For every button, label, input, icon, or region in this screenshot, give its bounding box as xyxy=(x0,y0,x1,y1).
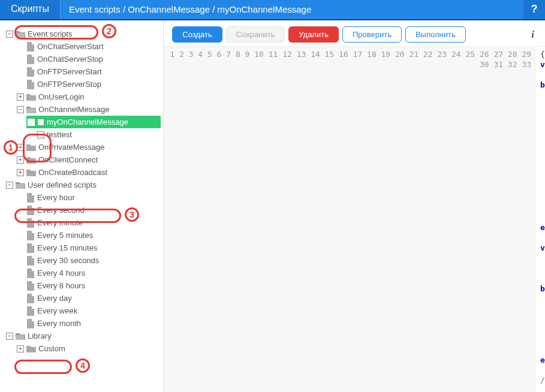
sidebar: − Event scripts OnChatServerStart OnChat… xyxy=(0,20,164,392)
file-icon xyxy=(26,206,35,215)
tree-item-every-month[interactable]: Every month xyxy=(16,317,161,330)
folder-icon xyxy=(26,156,36,164)
tree-item-custom[interactable]: +Custom xyxy=(16,342,161,355)
delete-button[interactable]: Удалить xyxy=(288,26,339,43)
collapse-icon[interactable]: − xyxy=(6,333,13,340)
tree-label: Every 4 hours xyxy=(37,269,85,278)
tree-label: Every 8 hours xyxy=(37,281,85,290)
main-panel: Создать Сохранить Удалить Проверить Выпо… xyxy=(164,20,545,392)
tree-folder-library[interactable]: − Library xyxy=(5,330,161,342)
folder-icon xyxy=(26,168,36,177)
file-icon xyxy=(26,256,35,266)
info-icon[interactable]: i xyxy=(531,29,538,41)
tree-label: Every week xyxy=(37,306,77,315)
tree-item-onclientconnect[interactable]: +OnClientConnect xyxy=(16,153,161,166)
folder-open-icon xyxy=(26,105,36,114)
tree-item-onprivatemessage[interactable]: +OnPrivateMessage xyxy=(16,141,161,153)
collapse-icon[interactable]: − xyxy=(17,106,24,113)
file-icon xyxy=(26,55,35,64)
tree-label: OnClientConnect xyxy=(38,155,98,164)
expand-icon[interactable]: + xyxy=(17,345,24,352)
tree-label: User defined scripts xyxy=(28,180,97,189)
tree-label: Every day xyxy=(37,294,72,303)
tree-item-every-second[interactable]: Every second xyxy=(16,204,161,216)
create-button[interactable]: Создать xyxy=(172,26,222,43)
tree-label: Library xyxy=(28,331,52,340)
header-bar: Скрипты Event scripts / OnChannelMessage… xyxy=(0,0,545,20)
file-icon xyxy=(26,281,35,291)
tree-label: Event scripts xyxy=(28,29,72,38)
tree-folder-event-scripts[interactable]: − Event scripts xyxy=(5,28,161,40)
folder-open-icon xyxy=(16,181,25,189)
check-button[interactable]: Проверить xyxy=(342,26,402,43)
tree-item-every-30-seconds[interactable]: Every 30 seconds xyxy=(16,254,161,267)
tree-item-onftpserverstop[interactable]: OnFTPServerStop xyxy=(16,78,161,91)
tree-label: OnChatServerStop xyxy=(37,55,103,64)
tree-item-myonchannelmessage[interactable]: myOnChannelMessage xyxy=(26,116,161,128)
page-title: Скрипты xyxy=(0,0,61,19)
folder-icon xyxy=(26,93,36,101)
tree-item-every-week[interactable]: Every week xyxy=(16,304,161,317)
run-button[interactable]: Выполнить xyxy=(405,26,466,43)
file-icon xyxy=(26,218,35,228)
tree-label: OnPrivateMessage xyxy=(38,143,105,152)
file-icon xyxy=(26,306,35,316)
file-icon xyxy=(26,193,35,203)
tree-label: Every 5 minutes xyxy=(37,231,93,240)
save-button[interactable]: Сохранить xyxy=(226,26,285,43)
tree-item-onchatserverstart[interactable]: OnChatServerStart xyxy=(16,40,161,53)
file-icon xyxy=(26,42,35,52)
expand-icon[interactable]: + xyxy=(17,144,24,151)
annotation-box-4 xyxy=(14,360,72,374)
tree-item-onchannelmessage[interactable]: −OnChannelMessage xyxy=(16,103,161,116)
file-icon xyxy=(26,80,35,89)
tree-item-every-day[interactable]: Every day xyxy=(16,292,161,304)
code-editor[interactable]: 1 2 3 4 5 6 7 8 9 10 11 12 13 14 15 16 1… xyxy=(164,46,545,392)
tree-item-every-minute[interactable]: Every minute xyxy=(16,216,161,229)
tree-folder-user-defined[interactable]: − User defined scripts xyxy=(5,179,161,191)
tree-label: OnFTPServerStart xyxy=(37,67,102,76)
tree-label: Custom xyxy=(38,344,65,353)
tree-label: OnChannelMessage xyxy=(38,105,110,114)
tree-label: OnChatServerStart xyxy=(37,42,104,51)
file-icon xyxy=(26,294,35,303)
toolbar: Создать Сохранить Удалить Проверить Выпо… xyxy=(164,20,545,46)
tree-label: Every month xyxy=(37,319,81,328)
file-icon xyxy=(26,319,35,328)
code-content[interactable]: {function AntiCAPSFilter(input_st:string… xyxy=(535,47,545,392)
checkbox[interactable] xyxy=(37,119,44,126)
tree-label: OnCreateBroadcast xyxy=(38,168,107,177)
tree-label: Every 15 minutes xyxy=(37,243,97,252)
tree-item-onchatserverstop[interactable]: OnChatServerStop xyxy=(16,53,161,65)
folder-icon xyxy=(26,345,36,353)
file-icon xyxy=(26,67,35,77)
help-button[interactable]: ? xyxy=(523,0,545,19)
tree-item-onftpserverstart[interactable]: OnFTPServerStart xyxy=(16,65,161,78)
collapse-icon[interactable]: − xyxy=(6,31,13,38)
file-icon xyxy=(26,243,35,253)
collapse-icon[interactable]: − xyxy=(6,182,13,189)
expand-icon[interactable]: + xyxy=(17,169,24,176)
tree-item-every-5-minutes[interactable]: Every 5 minutes xyxy=(16,229,161,242)
folder-open-icon xyxy=(16,30,25,38)
tree-label: myOnChannelMessage xyxy=(47,117,128,126)
tree-item-onuserlogin[interactable]: +OnUserLogin xyxy=(16,91,161,103)
tree-item-every-15-minutes[interactable]: Every 15 minutes xyxy=(16,242,161,254)
tree-item-testtest[interactable]: testtest xyxy=(26,128,161,141)
tree-item-every-4-hours[interactable]: Every 4 hours xyxy=(16,267,161,279)
expand-icon[interactable]: + xyxy=(17,156,24,164)
tree-label: Every 30 seconds xyxy=(37,256,99,265)
folder-open-icon xyxy=(16,332,25,340)
expand-icon[interactable]: + xyxy=(17,94,24,101)
tree-item-every-8-hours[interactable]: Every 8 hours xyxy=(16,279,161,292)
tree-label: OnUserLogin xyxy=(38,92,85,101)
tree-item-oncreatebroadcast[interactable]: +OnCreateBroadcast xyxy=(16,166,161,179)
tree-item-every-hour[interactable]: Every hour xyxy=(16,191,161,204)
tree-label: OnFTPServerStop xyxy=(37,80,101,89)
file-icon xyxy=(26,269,35,278)
checkbox[interactable] xyxy=(37,131,44,138)
breadcrumb: Event scripts / OnChannelMessage / myOnC… xyxy=(61,0,523,19)
tree-label: testtest xyxy=(47,130,72,139)
line-numbers: 1 2 3 4 5 6 7 8 9 10 11 12 13 14 15 16 1… xyxy=(164,47,535,392)
tree-label: Every second xyxy=(37,206,85,215)
